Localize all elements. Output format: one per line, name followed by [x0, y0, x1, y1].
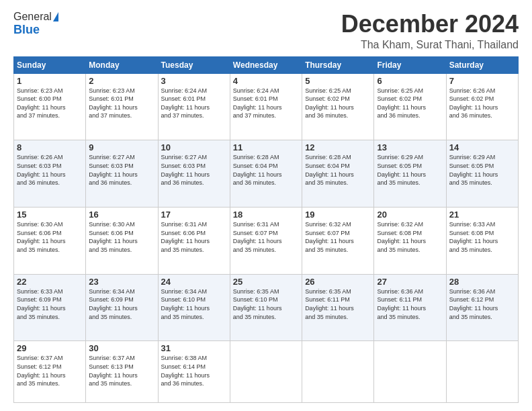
day-info: Sunrise: 6:26 AM Sunset: 6:02 PM Dayligh… — [449, 87, 515, 120]
calendar-header-sunday: Sunday — [14, 56, 86, 73]
day-info: Sunrise: 6:31 AM Sunset: 6:06 PM Dayligh… — [161, 220, 227, 254]
calendar-cell: 31Sunrise: 6:38 AM Sunset: 6:14 PM Dayli… — [158, 341, 230, 403]
day-number: 23 — [89, 277, 154, 287]
day-info: Sunrise: 6:25 AM Sunset: 6:02 PM Dayligh… — [377, 87, 443, 120]
day-info: Sunrise: 6:26 AM Sunset: 6:03 PM Dayligh… — [17, 153, 83, 187]
calendar-cell: 1Sunrise: 6:23 AM Sunset: 6:00 PM Daylig… — [14, 73, 86, 140]
day-info: Sunrise: 6:25 AM Sunset: 6:02 PM Dayligh… — [305, 87, 371, 120]
location-title: Tha Kham, Surat Thani, Thailand — [341, 39, 519, 51]
calendar-cell: 4Sunrise: 6:24 AM Sunset: 6:01 PM Daylig… — [230, 73, 302, 140]
calendar-week-row: 29Sunrise: 6:37 AM Sunset: 6:12 PM Dayli… — [14, 341, 519, 403]
calendar-week-row: 15Sunrise: 6:30 AM Sunset: 6:06 PM Dayli… — [14, 208, 519, 275]
calendar-cell: 13Sunrise: 6:29 AM Sunset: 6:05 PM Dayli… — [374, 140, 446, 208]
header: General Blue December 2024 Tha Kham, Sur… — [13, 11, 519, 51]
calendar-header-row: SundayMondayTuesdayWednesdayThursdayFrid… — [14, 56, 519, 73]
day-number: 27 — [377, 277, 443, 287]
calendar-cell: 9Sunrise: 6:27 AM Sunset: 6:03 PM Daylig… — [86, 140, 158, 208]
calendar-cell — [374, 341, 446, 403]
calendar-header-saturday: Saturday — [446, 56, 518, 73]
day-info: Sunrise: 6:37 AM Sunset: 6:13 PM Dayligh… — [89, 354, 154, 387]
title-block: December 2024 Tha Kham, Surat Thani, Tha… — [341, 11, 519, 51]
day-number: 26 — [305, 277, 371, 287]
day-number: 9 — [89, 142, 154, 152]
calendar-cell: 29Sunrise: 6:37 AM Sunset: 6:12 PM Dayli… — [14, 341, 86, 403]
day-info: Sunrise: 6:30 AM Sunset: 6:06 PM Dayligh… — [89, 220, 154, 254]
calendar-cell: 23Sunrise: 6:34 AM Sunset: 6:09 PM Dayli… — [86, 274, 158, 341]
calendar-header-thursday: Thursday — [302, 56, 374, 73]
day-number: 13 — [377, 142, 443, 152]
day-info: Sunrise: 6:31 AM Sunset: 6:07 PM Dayligh… — [233, 220, 299, 254]
day-number: 12 — [305, 142, 371, 152]
calendar-cell: 10Sunrise: 6:27 AM Sunset: 6:03 PM Dayli… — [158, 140, 230, 208]
day-number: 14 — [449, 142, 515, 152]
month-title: December 2024 — [341, 11, 519, 38]
day-info: Sunrise: 6:34 AM Sunset: 6:09 PM Dayligh… — [89, 287, 154, 321]
calendar-cell: 5Sunrise: 6:25 AM Sunset: 6:02 PM Daylig… — [302, 73, 374, 140]
day-info: Sunrise: 6:38 AM Sunset: 6:14 PM Dayligh… — [161, 354, 227, 387]
calendar-cell: 7Sunrise: 6:26 AM Sunset: 6:02 PM Daylig… — [446, 73, 518, 140]
calendar-cell: 17Sunrise: 6:31 AM Sunset: 6:06 PM Dayli… — [158, 208, 230, 275]
day-number: 19 — [305, 210, 371, 220]
day-info: Sunrise: 6:30 AM Sunset: 6:06 PM Dayligh… — [17, 220, 83, 254]
day-info: Sunrise: 6:37 AM Sunset: 6:12 PM Dayligh… — [17, 354, 83, 387]
day-number: 1 — [17, 76, 83, 86]
day-info: Sunrise: 6:35 AM Sunset: 6:10 PM Dayligh… — [233, 287, 299, 321]
calendar-cell: 22Sunrise: 6:33 AM Sunset: 6:09 PM Dayli… — [14, 274, 86, 341]
day-info: Sunrise: 6:27 AM Sunset: 6:03 PM Dayligh… — [89, 153, 154, 187]
logo-general-text: General — [13, 11, 52, 23]
calendar-cell: 16Sunrise: 6:30 AM Sunset: 6:06 PM Dayli… — [86, 208, 158, 275]
calendar-cell: 6Sunrise: 6:25 AM Sunset: 6:02 PM Daylig… — [374, 73, 446, 140]
calendar-week-row: 8Sunrise: 6:26 AM Sunset: 6:03 PM Daylig… — [14, 140, 519, 208]
day-info: Sunrise: 6:36 AM Sunset: 6:12 PM Dayligh… — [449, 287, 515, 321]
day-number: 20 — [377, 210, 443, 220]
day-number: 17 — [161, 210, 227, 220]
calendar-table: SundayMondayTuesdayWednesdayThursdayFrid… — [13, 56, 519, 403]
calendar-cell — [446, 341, 518, 403]
day-info: Sunrise: 6:28 AM Sunset: 6:04 PM Dayligh… — [233, 153, 299, 187]
day-number: 10 — [161, 142, 227, 152]
calendar-cell: 24Sunrise: 6:34 AM Sunset: 6:10 PM Dayli… — [158, 274, 230, 341]
calendar-cell: 8Sunrise: 6:26 AM Sunset: 6:03 PM Daylig… — [14, 140, 86, 208]
calendar-cell: 11Sunrise: 6:28 AM Sunset: 6:04 PM Dayli… — [230, 140, 302, 208]
calendar-cell: 27Sunrise: 6:36 AM Sunset: 6:11 PM Dayli… — [374, 274, 446, 341]
day-number: 4 — [233, 76, 299, 86]
calendar-cell: 15Sunrise: 6:30 AM Sunset: 6:06 PM Dayli… — [14, 208, 86, 275]
calendar-cell: 18Sunrise: 6:31 AM Sunset: 6:07 PM Dayli… — [230, 208, 302, 275]
calendar-cell: 21Sunrise: 6:33 AM Sunset: 6:08 PM Dayli… — [446, 208, 518, 275]
day-number: 8 — [17, 142, 83, 152]
day-number: 25 — [233, 277, 299, 287]
day-number: 24 — [161, 277, 227, 287]
day-info: Sunrise: 6:29 AM Sunset: 6:05 PM Dayligh… — [449, 153, 515, 187]
calendar-cell: 30Sunrise: 6:37 AM Sunset: 6:13 PM Dayli… — [86, 341, 158, 403]
day-info: Sunrise: 6:32 AM Sunset: 6:07 PM Dayligh… — [305, 220, 371, 254]
day-info: Sunrise: 6:35 AM Sunset: 6:11 PM Dayligh… — [305, 287, 371, 321]
day-info: Sunrise: 6:24 AM Sunset: 6:01 PM Dayligh… — [161, 87, 227, 120]
calendar-cell: 14Sunrise: 6:29 AM Sunset: 6:05 PM Dayli… — [446, 140, 518, 208]
calendar-cell: 19Sunrise: 6:32 AM Sunset: 6:07 PM Dayli… — [302, 208, 374, 275]
day-number: 3 — [161, 76, 227, 86]
calendar-cell: 28Sunrise: 6:36 AM Sunset: 6:12 PM Dayli… — [446, 274, 518, 341]
day-info: Sunrise: 6:23 AM Sunset: 6:01 PM Dayligh… — [89, 87, 154, 120]
calendar-cell — [302, 341, 374, 403]
logo-triangle-icon — [53, 12, 58, 21]
day-number: 11 — [233, 142, 299, 152]
day-number: 22 — [17, 277, 83, 287]
calendar-header-friday: Friday — [374, 56, 446, 73]
day-number: 30 — [89, 343, 154, 353]
calendar-cell: 2Sunrise: 6:23 AM Sunset: 6:01 PM Daylig… — [86, 73, 158, 140]
page: General Blue December 2024 Tha Kham, Sur… — [0, 0, 532, 411]
day-number: 16 — [89, 210, 154, 220]
calendar-header-monday: Monday — [86, 56, 158, 73]
day-info: Sunrise: 6:29 AM Sunset: 6:05 PM Dayligh… — [377, 153, 443, 187]
day-number: 5 — [305, 76, 371, 86]
day-number: 28 — [449, 277, 515, 287]
day-number: 7 — [449, 76, 515, 86]
calendar-cell — [230, 341, 302, 403]
day-number: 18 — [233, 210, 299, 220]
calendar-header-tuesday: Tuesday — [158, 56, 230, 73]
calendar-cell: 20Sunrise: 6:32 AM Sunset: 6:08 PM Dayli… — [374, 208, 446, 275]
day-info: Sunrise: 6:27 AM Sunset: 6:03 PM Dayligh… — [161, 153, 227, 187]
day-info: Sunrise: 6:33 AM Sunset: 6:08 PM Dayligh… — [449, 220, 515, 254]
day-number: 29 — [17, 343, 83, 353]
day-info: Sunrise: 6:33 AM Sunset: 6:09 PM Dayligh… — [17, 287, 83, 321]
